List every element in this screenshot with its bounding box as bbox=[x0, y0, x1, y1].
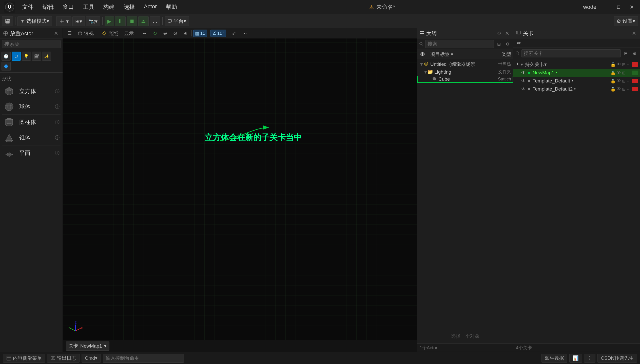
close-button[interactable]: ✕ bbox=[628, 3, 636, 11]
more-button[interactable]: ⋮ bbox=[584, 354, 595, 363]
level-search-input[interactable] bbox=[521, 49, 621, 57]
render-mode-button[interactable]: 📷▾ bbox=[86, 16, 100, 26]
lighting-button[interactable]: 光照 bbox=[100, 30, 121, 37]
snap-button[interactable]: ⊞▾ bbox=[72, 16, 85, 26]
expand-world[interactable]: ▼ bbox=[419, 61, 423, 67]
eject-button[interactable]: ⏏ bbox=[138, 16, 149, 26]
scale-button[interactable]: ⊕ bbox=[161, 30, 170, 37]
menu-edit[interactable]: 编辑 bbox=[38, 2, 58, 12]
cube-info-icon[interactable]: ⓘ bbox=[55, 88, 60, 94]
maximize-button[interactable]: □ bbox=[615, 3, 623, 11]
csdn-button[interactable]: CSDN转选先生 bbox=[597, 354, 637, 363]
place-actor-title: 放置Actor bbox=[10, 30, 33, 37]
plane-info-icon[interactable]: ⓘ bbox=[55, 150, 60, 156]
level-newmap1[interactable]: 👁 NewMap1 • 🔒 👁 ⊞ ⋯ bbox=[513, 69, 640, 77]
template2-eye-icon[interactable]: 👁 bbox=[521, 87, 526, 91]
outline-world-item[interactable]: ▼ Untitled（编辑器场景 世界场 bbox=[417, 60, 513, 68]
newmap1-name: NewMap1 • bbox=[533, 70, 609, 76]
derive-data-button[interactable]: 派生数据 bbox=[541, 354, 567, 363]
tab-geometry[interactable]: 🔷 bbox=[2, 62, 11, 71]
shape-plane[interactable]: 平面 ⓘ bbox=[2, 145, 61, 161]
svg-line-45 bbox=[518, 54, 519, 55]
rotate-button[interactable]: ↻ bbox=[150, 30, 160, 37]
place-actor-search-area bbox=[0, 38, 63, 50]
menu-build[interactable]: 构建 bbox=[99, 2, 119, 12]
tab-lights[interactable]: 💡 bbox=[22, 52, 31, 61]
toolbar-separator-4 bbox=[162, 17, 163, 25]
level-template-default[interactable]: 👁 Template_Default • 🔒 👁 ⊞ ⋯ bbox=[513, 77, 640, 85]
menu-bar: 文件 编辑 窗口 工具 构建 选择 Actor 帮助 bbox=[18, 2, 181, 12]
angle-display[interactable]: ∠ 10° bbox=[210, 30, 226, 37]
grid-display[interactable]: ▦ 10 bbox=[193, 30, 207, 37]
save-button[interactable] bbox=[2, 16, 13, 26]
cylinder-info-icon[interactable]: ⓘ bbox=[55, 119, 60, 125]
play-button[interactable]: ▶ bbox=[105, 16, 114, 26]
main-area: 放置Actor ✕ 🕐 ⬡ 💡 🎬 ✨ 🔷 形状 bbox=[0, 28, 640, 352]
outline-close[interactable]: ✕ bbox=[503, 30, 511, 37]
perspective-button[interactable]: 透视 bbox=[75, 30, 96, 37]
shape-sphere[interactable]: 球体 ⓘ bbox=[2, 99, 61, 115]
place-actor-close[interactable]: ✕ bbox=[52, 30, 60, 37]
persistent-expand-icon[interactable]: ▾ bbox=[521, 62, 523, 67]
stop-button[interactable]: ⏹ bbox=[127, 16, 137, 26]
tab-visual[interactable]: ✨ bbox=[42, 52, 51, 61]
level-template-default2[interactable]: 👁 Template_Default2 • 🔒 👁 ⊞ ⋯ bbox=[513, 85, 640, 93]
settings-button[interactable]: ⚙ 设置▾ bbox=[614, 16, 638, 26]
newmap1-eye-icon[interactable]: 👁 bbox=[521, 71, 526, 75]
stats-button[interactable]: 📊 bbox=[569, 354, 582, 363]
place-actor-search-input[interactable] bbox=[2, 40, 61, 48]
outline-search-input[interactable] bbox=[425, 40, 494, 48]
menu-tools[interactable]: 工具 bbox=[79, 2, 98, 12]
expand-button[interactable]: ⤢ bbox=[229, 30, 239, 37]
viewport-options-button[interactable]: ⋯ bbox=[240, 30, 249, 37]
show-button[interactable]: 显示 bbox=[122, 30, 136, 37]
platform-button[interactable]: 平台▾ bbox=[165, 16, 189, 26]
menu-actor[interactable]: Actor bbox=[140, 2, 161, 12]
select-mode-button[interactable]: 选择模式▾ bbox=[17, 16, 52, 26]
translate-button[interactable]: ↔ bbox=[140, 30, 149, 37]
viewport-menu-button[interactable]: ☰ bbox=[65, 30, 74, 37]
menu-select[interactable]: 选择 bbox=[120, 2, 139, 12]
outline-lighting-item[interactable]: ▼ 📁 Lighting 文件夹 bbox=[417, 68, 513, 76]
tab-shapes[interactable]: ⬡ bbox=[12, 52, 21, 61]
level-selector[interactable]: 关卡 NewMap1 ▾ bbox=[66, 341, 109, 351]
menu-file[interactable]: 文件 bbox=[18, 2, 37, 12]
outline-icon: ☰ bbox=[420, 30, 424, 36]
level-panel-close[interactable]: ✕ bbox=[630, 30, 637, 37]
more-play-options[interactable]: … bbox=[150, 16, 160, 26]
pause-button[interactable]: ⏸ bbox=[115, 16, 126, 26]
shape-cone[interactable]: 锥体 ⓘ bbox=[2, 130, 61, 145]
output-log-button[interactable]: 输出日志 bbox=[47, 354, 80, 363]
template-eye-icon[interactable]: 👁 bbox=[521, 79, 526, 83]
menu-window[interactable]: 窗口 bbox=[59, 2, 78, 12]
cmd-button[interactable]: Cmd▾ bbox=[82, 354, 101, 363]
persistent-level-header[interactable]: 👁 ▾ 持久关卡▾ 🔒 👁 ⊞ ⋯ bbox=[513, 60, 640, 69]
menu-help[interactable]: 帮助 bbox=[162, 2, 181, 12]
world-local-button[interactable]: ⊙ bbox=[171, 30, 180, 37]
outline-cube-item[interactable]: Cube Statich bbox=[417, 76, 513, 83]
cone-info-icon[interactable]: ⓘ bbox=[55, 135, 60, 141]
svg-text:U: U bbox=[8, 5, 11, 10]
shape-cylinder[interactable]: 圆柱体 ⓘ bbox=[2, 115, 61, 130]
expand-lighting[interactable]: ▼ bbox=[423, 69, 427, 75]
outline-filter-icon[interactable]: ⚙ bbox=[504, 40, 511, 48]
plane-label: 平面 bbox=[19, 149, 30, 157]
outline-settings-icon[interactable]: ⚙ bbox=[495, 30, 502, 37]
tab-cinematic[interactable]: 🎬 bbox=[32, 52, 41, 61]
console-input[interactable] bbox=[103, 354, 184, 363]
place-actor-icon bbox=[3, 31, 8, 36]
level-settings-icon[interactable]: ⚙ bbox=[631, 50, 638, 57]
viewport[interactable]: ☰ 透视 光照 显示 ↔ ↻ ⊕ ⊙ ⊞ ▦ 10 bbox=[63, 28, 417, 352]
level-add-icon[interactable]: ⊞ bbox=[622, 50, 629, 57]
sphere-info-icon[interactable]: ⓘ bbox=[55, 104, 60, 110]
persistent-eye-icon[interactable]: 👁 bbox=[515, 62, 520, 67]
level-edit-button[interactable]: ✏ bbox=[515, 39, 522, 47]
content-browser-button[interactable]: 内容侧滑菜单 bbox=[3, 354, 45, 363]
surface-snapping-button[interactable]: ⊞ bbox=[181, 30, 190, 37]
lock-icon-newmap1: 🔒 bbox=[610, 70, 616, 76]
outline-add-icon[interactable]: ⊞ bbox=[495, 40, 502, 48]
shape-cube[interactable]: 立方体 ⓘ bbox=[2, 84, 61, 99]
tab-recently-placed[interactable]: 🕐 bbox=[2, 52, 11, 61]
minimize-button[interactable]: ─ bbox=[602, 3, 610, 11]
add-object-button[interactable]: ▾ bbox=[56, 16, 71, 26]
